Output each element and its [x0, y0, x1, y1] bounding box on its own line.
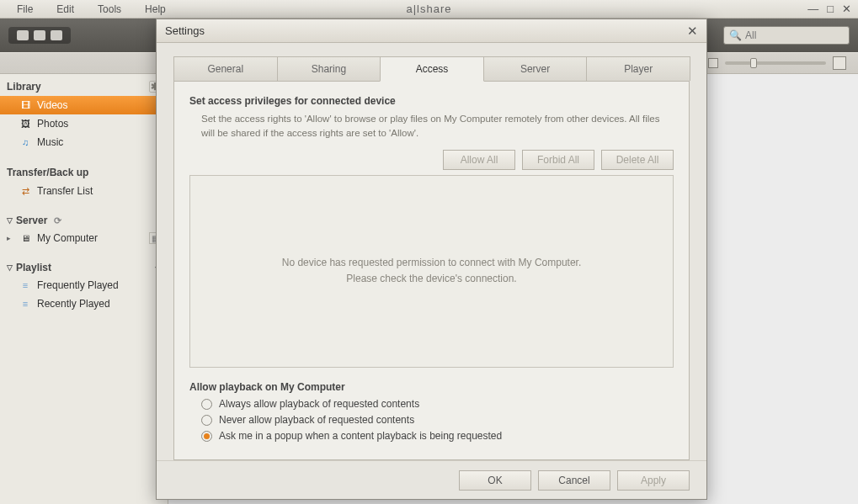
expand-icon[interactable]: ▸ — [7, 234, 11, 242]
chevron-down-icon: ▽ — [7, 216, 13, 225]
radio-icon — [201, 415, 212, 426]
slider-knob[interactable] — [750, 58, 757, 68]
sidebar-item-recently-played[interactable]: Recently Played — [0, 294, 168, 313]
radio-icon — [201, 431, 212, 442]
view-icon-2 — [34, 30, 45, 40]
dialog-title-text: Settings — [165, 24, 205, 37]
playback-section-title: Allow playback on My Computer — [189, 381, 674, 393]
playlist-icon — [19, 279, 32, 291]
forbid-all-button[interactable]: Forbid All — [522, 150, 594, 170]
settings-tabs: General Sharing Access Server Player — [173, 56, 690, 82]
view-icon-3 — [51, 30, 62, 40]
sidebar-item-videos[interactable]: Videos — [0, 96, 168, 114]
menu-tools[interactable]: Tools — [86, 2, 133, 17]
device-list-empty: No device has requested permission to co… — [189, 175, 674, 369]
sidebar-item-label: Photos — [37, 118, 68, 130]
sidebar-item-label: Frequently Played — [37, 279, 119, 291]
sidebar-item-label: Videos — [37, 99, 67, 111]
sidebar-item-label: Recently Played — [37, 298, 110, 310]
playlist-icon — [19, 298, 32, 310]
radio-ask-popup[interactable]: Ask me in a popup when a content playbac… — [201, 430, 674, 442]
empty-text-2: Please check the device's connection. — [346, 271, 516, 287]
sidebar: Library ✱ Videos Photos Music Transfer/B… — [0, 74, 168, 504]
close-icon[interactable]: ✕ — [842, 3, 851, 15]
sidebar-item-photos[interactable]: Photos — [0, 114, 168, 133]
tab-access[interactable]: Access — [380, 56, 484, 82]
thumbnail-slider[interactable] — [725, 61, 826, 65]
search-input[interactable]: 🔍 All — [723, 26, 850, 45]
cancel-button[interactable]: Cancel — [538, 470, 610, 491]
sidebar-item-frequently-played[interactable]: Frequently Played — [0, 276, 168, 294]
music-icon — [19, 136, 32, 148]
app-title: a|lshare — [406, 3, 451, 15]
menu-bar: File Edit Tools Help a|lshare — □ ✕ — [0, 0, 858, 19]
menu-help[interactable]: Help — [133, 2, 178, 17]
delete-all-button[interactable]: Delete All — [601, 150, 674, 170]
minimize-icon[interactable]: — — [807, 3, 818, 15]
tab-body-access: Set access privileges for connected devi… — [173, 82, 690, 460]
sidebar-item-transfer-list[interactable]: Transfer List — [0, 182, 168, 200]
playlist-header[interactable]: ▽ Playlist + — [0, 259, 168, 276]
tab-player[interactable]: Player — [586, 56, 690, 81]
tab-general[interactable]: General — [173, 56, 278, 81]
sidebar-item-music[interactable]: Music — [0, 133, 168, 151]
refresh-icon[interactable]: ⟳ — [54, 215, 61, 226]
sidebar-item-my-computer[interactable]: ▸ My Computer ▦ — [0, 229, 168, 247]
radio-always-allow[interactable]: Always allow playback of requested conte… — [201, 398, 674, 410]
tab-sharing[interactable]: Sharing — [277, 56, 381, 81]
access-section-title: Set access privileges for connected devi… — [189, 95, 674, 107]
tab-server[interactable]: Server — [483, 56, 588, 81]
sidebar-item-label: Transfer List — [37, 185, 93, 197]
dialog-close-icon[interactable]: ✕ — [687, 24, 698, 39]
photo-icon — [19, 118, 32, 130]
thumb-small-icon[interactable] — [708, 58, 718, 68]
dialog-button-row: OK Cancel Apply — [157, 460, 706, 499]
server-header[interactable]: ▽ Server ⟳ — [0, 212, 168, 229]
thumb-large-icon[interactable] — [833, 56, 846, 70]
radio-label: Always allow playback of requested conte… — [219, 398, 419, 410]
radio-label: Never allow playback of requested conten… — [219, 414, 414, 426]
video-icon — [19, 99, 32, 111]
menu-file[interactable]: File — [5, 2, 45, 17]
search-icon: 🔍 — [729, 29, 742, 41]
radio-icon — [201, 399, 212, 410]
ok-button[interactable]: OK — [459, 470, 531, 491]
access-section-desc: Set the access rights to 'Allow' to brow… — [201, 112, 674, 141]
apply-button[interactable]: Apply — [617, 470, 690, 491]
menu-edit[interactable]: Edit — [45, 2, 86, 17]
search-placeholder: All — [745, 29, 756, 41]
empty-text-1: No device has requested permission to co… — [282, 255, 582, 271]
radio-label: Ask me in a popup when a content playbac… — [219, 430, 502, 442]
dialog-titlebar[interactable]: Settings ✕ — [157, 19, 706, 43]
view-mode-group[interactable] — [8, 27, 71, 44]
sidebar-item-label: My Computer — [37, 232, 98, 244]
sidebar-item-label: Music — [37, 136, 63, 148]
allow-all-button[interactable]: Allow All — [443, 150, 515, 170]
chevron-down-icon: ▽ — [7, 263, 13, 272]
view-icon-1 — [17, 30, 29, 40]
settings-dialog: Settings ✕ General Sharing Access Server… — [156, 19, 707, 500]
library-header: Library ✱ — [0, 77, 168, 96]
transfer-header: Transfer/Back up — [0, 163, 168, 182]
radio-never-allow[interactable]: Never allow playback of requested conten… — [201, 414, 674, 426]
computer-icon — [19, 232, 32, 244]
transfer-icon — [19, 185, 32, 197]
maximize-icon[interactable]: □ — [827, 3, 834, 15]
